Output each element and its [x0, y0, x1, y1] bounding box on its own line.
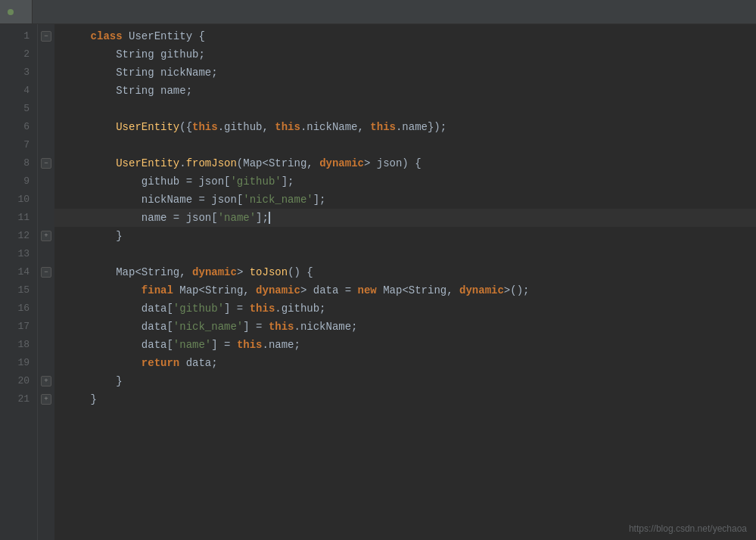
token-punct: [ — [211, 209, 217, 227]
token-type: UserEntity — [129, 27, 198, 45]
token-punct: () { — [288, 263, 313, 281]
token-type: String — [205, 281, 243, 299]
token-type: Map — [179, 281, 198, 299]
tab-dot — [8, 9, 14, 15]
token-kw: this — [275, 118, 300, 136]
code-line-4: String name; — [54, 82, 756, 100]
token-type: String — [142, 263, 179, 281]
token-type: String — [409, 281, 446, 299]
token-fn: toJson — [250, 263, 288, 281]
token-type: Map — [383, 281, 402, 299]
code-line-1: class UserEntity { — [54, 27, 756, 45]
token-punct: ]; — [256, 209, 269, 227]
token-fn: UserEntity — [116, 118, 179, 136]
active-tab[interactable] — [0, 0, 33, 23]
token-var: data — [313, 281, 345, 299]
token-punct: < — [402, 281, 408, 299]
fold-button-line-8[interactable]: − — [41, 158, 51, 169]
token-type: String — [116, 64, 160, 82]
watermark: https://blog.csdn.net/yechaoa — [629, 523, 747, 534]
token-kw: return — [142, 354, 186, 372]
fold-button-line-1[interactable]: − — [41, 31, 51, 42]
token-punct: < — [198, 281, 204, 299]
token-var: nickName; — [160, 64, 218, 82]
token-punct: , — [179, 263, 192, 281]
token-punct: >(); — [504, 281, 530, 299]
token-var: nickName; — [300, 318, 358, 336]
gutter: −−+−++ — [38, 24, 54, 540]
code-line-20: } — [54, 372, 756, 390]
token-var: data — [142, 299, 167, 318]
token-punct: = — [173, 209, 186, 227]
code-line-17: data['nick_name'] = this.nickName; — [54, 318, 756, 336]
fold-button-line-12[interactable]: + — [41, 231, 51, 241]
token-var: json — [211, 191, 237, 209]
code-line-13 — [54, 245, 756, 263]
token-punct: > — [300, 281, 313, 299]
token-punct: . — [396, 118, 402, 136]
token-var: name; — [160, 82, 192, 100]
token-kw: final — [142, 281, 179, 299]
code-line-6: UserEntity({this.github, this.nickName, … — [54, 118, 756, 136]
token-dynamic: dynamic — [192, 263, 237, 281]
token-punct: [ — [166, 299, 173, 318]
code-line-15: final Map<String, dynamic> data = new Ma… — [54, 281, 756, 299]
token-str: 'name' — [173, 336, 211, 354]
code-line-19: return data; — [54, 354, 756, 372]
code-line-10: nickName = json['nick_name']; — [54, 191, 756, 209]
token-punct: < — [262, 154, 268, 172]
token-punct: , — [446, 281, 459, 299]
token-dynamic: dynamic — [459, 281, 504, 299]
token-punct: . — [300, 118, 306, 136]
app-window: 123456789101112131415161718192021 −−+−++… — [0, 0, 756, 540]
fold-button-line-20[interactable]: + — [41, 376, 51, 386]
code-content[interactable]: class UserEntity { String github; String… — [54, 24, 756, 540]
token-str: 'github' — [230, 172, 281, 191]
code-line-16: data['github'] = this.github; — [54, 299, 756, 318]
token-kw: class — [91, 27, 129, 45]
token-punct: } — [116, 372, 122, 390]
token-dynamic: dynamic — [319, 154, 364, 172]
token-str: 'name' — [218, 209, 256, 227]
token-kw: new — [358, 281, 384, 299]
token-punct: . — [218, 118, 224, 136]
token-punct: . — [179, 154, 185, 172]
token-var: data; — [186, 354, 218, 372]
token-kw: this — [370, 118, 396, 136]
token-punct: { — [198, 27, 204, 45]
token-punct: , — [306, 154, 319, 172]
token-punct: , — [243, 281, 256, 299]
token-kw: this — [237, 336, 263, 354]
token-punct: ] = — [224, 299, 250, 318]
token-var: data — [142, 336, 167, 354]
tab-bar — [0, 0, 756, 24]
token-dynamic: dynamic — [256, 281, 300, 299]
token-var: name — [402, 118, 428, 136]
token-type: String — [116, 82, 160, 100]
token-var: name — [142, 209, 173, 227]
token-punct: = — [198, 191, 211, 209]
token-punct: = — [186, 172, 199, 191]
token-punct: ] = — [243, 318, 269, 336]
token-var: github; — [160, 45, 205, 64]
token-punct: }); — [428, 118, 446, 136]
token-punct: ({ — [179, 118, 192, 136]
token-type: String — [269, 154, 306, 172]
line-numbers: 123456789101112131415161718192021 — [0, 24, 38, 540]
token-var: data — [142, 318, 167, 336]
code-line-3: String nickName; — [54, 64, 756, 82]
token-punct: ]; — [313, 191, 326, 209]
code-line-14: Map<String, dynamic> toJson() { — [54, 263, 756, 281]
token-punct: ) { — [402, 154, 421, 172]
code-line-11: name = json['name']; — [54, 209, 756, 227]
fold-button-line-14[interactable]: − — [41, 267, 51, 278]
token-punct: ] = — [211, 336, 237, 354]
code-line-12: } — [54, 227, 756, 245]
token-punct: > — [364, 154, 377, 172]
code-line-18: data['name'] = this.name; — [54, 336, 756, 354]
token-type: Map — [243, 154, 262, 172]
token-punct: ]; — [282, 172, 294, 191]
fold-button-line-21[interactable]: + — [41, 394, 51, 405]
token-str: 'github' — [173, 299, 224, 318]
token-punct: . — [294, 318, 300, 336]
